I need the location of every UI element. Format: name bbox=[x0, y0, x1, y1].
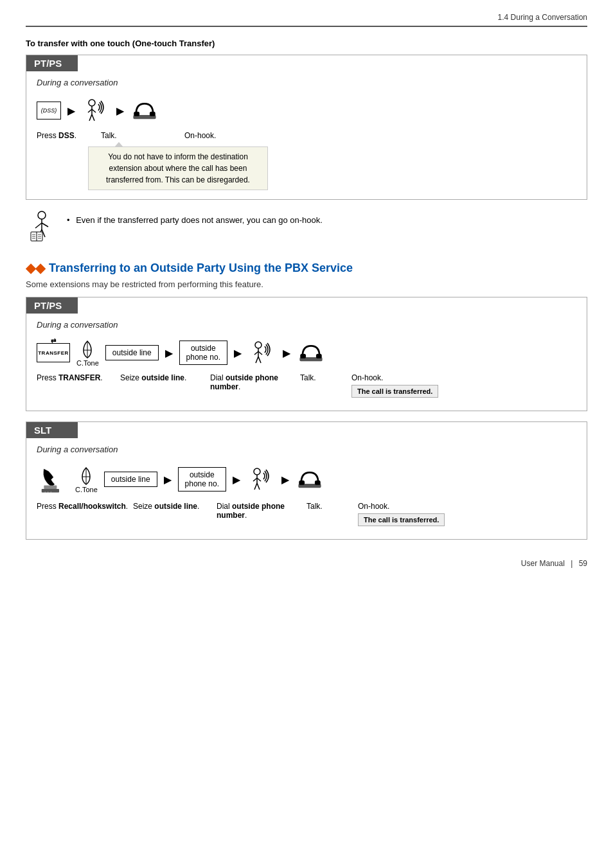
svg-rect-32 bbox=[300, 354, 306, 359]
svg-rect-7 bbox=[134, 112, 139, 116]
header-text: 1.4 During a Conversation bbox=[498, 13, 587, 22]
onhook-svg-2 bbox=[297, 339, 325, 367]
talk-icon-3 bbox=[247, 465, 275, 493]
section2-title: ◆◆ Transferring to an Outside Party Usin… bbox=[26, 260, 587, 276]
footer-separator: | bbox=[571, 559, 573, 568]
step-dial-3: Dial outside phonenumber. bbox=[217, 502, 306, 520]
ctone-svg bbox=[78, 339, 96, 359]
slt-hookswitch-icon bbox=[37, 463, 69, 495]
step-onhook-2: On-hook. The call is transferred. bbox=[351, 373, 438, 398]
step-dial-2: Dial outside phonenumber. bbox=[210, 373, 300, 391]
svg-rect-48 bbox=[299, 481, 305, 485]
step-talk-2: Talk. bbox=[300, 373, 351, 382]
ptps-label-2: PT/PS bbox=[26, 297, 78, 314]
arrow-2: ▶ bbox=[116, 105, 124, 117]
onhook-svg-3 bbox=[296, 465, 324, 493]
flow-row-3: C.Tone outside line ▶ outsidephone no. ▶ bbox=[37, 463, 576, 495]
step-seize-2: Seize outside line. bbox=[120, 373, 210, 382]
onhook-svg-1 bbox=[130, 96, 159, 125]
page-footer: User Manual | 59 bbox=[26, 559, 587, 568]
arrow-1: ▶ bbox=[67, 105, 75, 117]
onhook-icon-3 bbox=[296, 465, 324, 493]
flow-row-2: ⇄ TRANSFER C.Tone outside line ▶ bbox=[37, 339, 576, 367]
slt-box-body: During a conversation bbox=[26, 438, 587, 539]
svg-point-0 bbox=[89, 100, 95, 106]
svg-line-43 bbox=[253, 478, 257, 481]
slt-box: SLT During a conversation bbox=[26, 421, 587, 540]
transfer-rect: ⇄ TRANSFER bbox=[37, 343, 70, 362]
svg-line-28 bbox=[258, 351, 262, 355]
svg-rect-8 bbox=[150, 112, 155, 116]
svg-line-45 bbox=[254, 483, 257, 490]
footer-label: User Manual bbox=[521, 559, 565, 568]
talk-svg-1 bbox=[82, 96, 110, 125]
figure-svg bbox=[26, 210, 58, 245]
transfer-arrow-symbol: ⇄ bbox=[51, 337, 57, 344]
ptps-box-2: PT/PS During a conversation ⇄ TRANSFER C… bbox=[26, 297, 587, 411]
transfer-text: TRANSFER bbox=[38, 350, 69, 356]
ctone-icon-3: C.Tone bbox=[75, 465, 98, 493]
bullet-note: • Even if the transferred party does not… bbox=[26, 210, 587, 247]
onhook-icon-1 bbox=[130, 96, 159, 125]
step-press-transfer: Press TRANSFER. bbox=[37, 373, 120, 382]
slt-svg bbox=[37, 463, 69, 495]
step-seize-3: Seize outside line. bbox=[133, 502, 217, 511]
outside-line-btn-2: outside line bbox=[105, 345, 159, 360]
ctone-svg-2 bbox=[77, 465, 95, 486]
svg-line-5 bbox=[92, 114, 94, 121]
section1-title: To transfer with one touch (One-touch Tr… bbox=[26, 39, 587, 48]
svg-rect-49 bbox=[315, 481, 321, 485]
ptps-box-1: PT/PS During a conversation (DSS) ▶ bbox=[26, 55, 587, 200]
svg-line-2 bbox=[88, 109, 92, 112]
talk-icon-1 bbox=[82, 96, 110, 125]
step-onhook-3: On-hook. The call is transferred. bbox=[358, 502, 445, 526]
svg-line-12 bbox=[42, 223, 48, 227]
svg-line-30 bbox=[258, 357, 261, 363]
ptps-label-1: PT/PS bbox=[26, 55, 78, 71]
note-balloon: You do not have to inform the destinatio… bbox=[88, 146, 268, 190]
onhook-icon-2 bbox=[297, 339, 325, 367]
ctone-label-2: C.Tone bbox=[76, 359, 99, 367]
page-number: 59 bbox=[579, 559, 587, 568]
transferred-note-2: The call is transferred. bbox=[358, 513, 445, 526]
section2-subtitle: Some extensions may be restricted from p… bbox=[26, 279, 587, 289]
during-conv-2: During a conversation bbox=[37, 320, 576, 330]
ctone-label-3: C.Tone bbox=[75, 486, 98, 493]
transferred-note-1: The call is transferred. bbox=[351, 385, 438, 398]
diamond-icons: ◆◆ bbox=[26, 260, 45, 276]
outside-phone-btn-3: outsidephone no. bbox=[178, 467, 226, 492]
step-press-recall: Press Recall/hookswitch. bbox=[37, 502, 133, 511]
step-talk-3: Talk. bbox=[306, 502, 358, 511]
step-labels-1: Press DSS. Talk. On-hook. bbox=[37, 131, 576, 140]
svg-line-11 bbox=[35, 223, 42, 228]
svg-point-25 bbox=[255, 342, 262, 348]
svg-point-9 bbox=[38, 211, 46, 219]
during-conv-1: During a conversation bbox=[37, 78, 576, 87]
talk-icon-2 bbox=[248, 339, 276, 367]
note-balloon-container: You do not have to inform the destinatio… bbox=[88, 146, 576, 190]
arrow-4: ▶ bbox=[234, 347, 242, 359]
outside-phone-btn-2: outsidephone no. bbox=[179, 341, 227, 365]
ptps-box-2-body: During a conversation ⇄ TRANSFER C.Tone bbox=[26, 314, 587, 411]
svg-line-46 bbox=[257, 483, 260, 490]
arrow-7: ▶ bbox=[233, 474, 240, 486]
dss-icon: (DSS) bbox=[37, 102, 61, 120]
step-talk-1: Talk. bbox=[88, 131, 165, 140]
svg-rect-34 bbox=[42, 489, 59, 492]
step-onhook-1: On-hook. bbox=[165, 131, 216, 140]
dss-label-text: (DSS) bbox=[41, 107, 57, 114]
arrow-5: ▶ bbox=[283, 347, 290, 359]
page-header: 1.4 During a Conversation bbox=[26, 13, 587, 27]
svg-line-4 bbox=[89, 114, 92, 121]
svg-point-41 bbox=[254, 468, 260, 475]
svg-rect-33 bbox=[316, 354, 322, 359]
transfer-icon: ⇄ TRANSFER bbox=[37, 343, 70, 362]
step-labels-2: Press TRANSFER. Seize outside line. Dial… bbox=[37, 373, 576, 398]
talk-svg-3 bbox=[247, 465, 275, 493]
talk-svg-2 bbox=[248, 339, 276, 367]
dss-rect: (DSS) bbox=[37, 102, 61, 120]
svg-line-3 bbox=[92, 109, 96, 112]
ctone-icon-2: C.Tone bbox=[76, 339, 99, 367]
slt-label: SLT bbox=[26, 422, 78, 438]
bullet-figure-icon bbox=[26, 210, 58, 247]
